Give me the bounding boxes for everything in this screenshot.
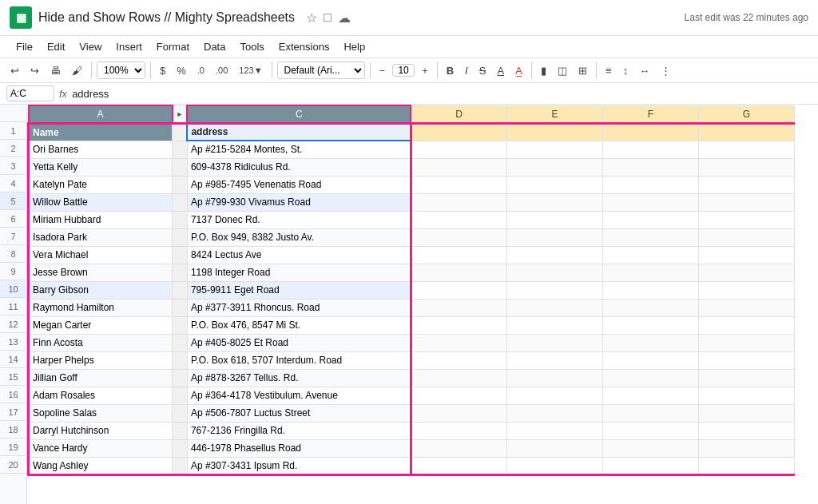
cell-d4[interactable] xyxy=(411,176,506,193)
cell-f9[interactable] xyxy=(602,264,698,281)
cell-g3[interactable] xyxy=(698,158,794,176)
cell-a15[interactable]: Jillian Goff xyxy=(29,369,173,387)
cell-b19[interactable] xyxy=(173,439,188,457)
more-toolbar-button[interactable]: ⋮ xyxy=(657,62,675,79)
cell-b15[interactable] xyxy=(173,369,188,387)
menu-extensions[interactable]: Extensions xyxy=(272,38,336,56)
menu-file[interactable]: File xyxy=(10,38,39,56)
cell-b13[interactable] xyxy=(173,334,188,351)
row-num-2[interactable]: 2 xyxy=(0,140,26,157)
cell-c11[interactable]: Ap #377-3911 Rhoncus. Road xyxy=(187,299,411,316)
cell-g1[interactable] xyxy=(698,123,794,141)
col-header-c[interactable]: C xyxy=(187,105,411,123)
cell-c6[interactable]: 7137 Donec Rd. xyxy=(187,211,411,228)
cell-b20[interactable] xyxy=(173,457,188,474)
cell-e19[interactable] xyxy=(506,439,602,457)
cell-b11[interactable] xyxy=(173,299,188,316)
cell-e7[interactable] xyxy=(506,228,602,246)
cell-a8[interactable]: Vera Michael xyxy=(29,246,173,264)
cell-c12[interactable]: P.O. Box 476, 8547 Mi St. xyxy=(187,316,411,334)
grid-area[interactable]: A ► C D E F G Name address xyxy=(27,105,818,504)
cell-a19[interactable]: Vance Hardy xyxy=(29,439,173,457)
currency-button[interactable]: $ xyxy=(156,62,169,79)
cell-f2[interactable] xyxy=(602,141,698,158)
fill-color-button[interactable]: ▮ xyxy=(537,62,550,79)
cell-a5[interactable]: Willow Battle xyxy=(29,193,173,211)
cell-e5[interactable] xyxy=(506,193,602,211)
cell-c13[interactable]: Ap #405-8025 Et Road xyxy=(187,334,411,351)
menu-data[interactable]: Data xyxy=(197,38,232,56)
cell-ref-input[interactable] xyxy=(6,85,54,101)
cell-b5[interactable] xyxy=(173,193,188,211)
row-num-4[interactable]: 4 xyxy=(0,175,26,192)
cell-d3[interactable] xyxy=(411,158,506,176)
cell-c2[interactable]: Ap #215-5284 Montes, St. xyxy=(187,141,411,158)
menu-view[interactable]: View xyxy=(73,38,108,56)
cell-a4[interactable]: Katelyn Pate xyxy=(29,176,173,193)
cell-e10[interactable] xyxy=(506,281,602,299)
cell-g2[interactable] xyxy=(698,141,794,158)
cell-d15[interactable] xyxy=(411,369,506,387)
cell-a10[interactable]: Barry Gibson xyxy=(29,281,173,299)
cell-b12[interactable] xyxy=(173,316,188,334)
col-header-a[interactable]: A xyxy=(29,105,173,123)
cell-g16[interactable] xyxy=(698,387,794,404)
cell-e20[interactable] xyxy=(506,457,602,474)
col-header-g[interactable]: G xyxy=(698,105,794,123)
cell-c15[interactable]: Ap #878-3267 Tellus. Rd. xyxy=(187,369,411,387)
cell-f10[interactable] xyxy=(602,281,698,299)
cell-f17[interactable] xyxy=(602,404,698,422)
cell-a3[interactable]: Yetta Kelly xyxy=(29,158,173,176)
col-header-b[interactable]: ► xyxy=(173,105,188,123)
cell-a17[interactable]: Sopoline Salas xyxy=(29,404,173,422)
cell-c1[interactable]: address xyxy=(187,123,411,141)
cell-f4[interactable] xyxy=(602,176,698,193)
cell-g4[interactable] xyxy=(698,176,794,193)
cell-c3[interactable]: 609-4378 Ridiculus Rd. xyxy=(187,158,411,176)
row-num-12[interactable]: 12 xyxy=(0,315,26,333)
cell-f15[interactable] xyxy=(602,369,698,387)
paint-format-button[interactable]: 🖌 xyxy=(68,62,86,79)
row-num-8[interactable]: 8 xyxy=(0,245,26,263)
cell-e9[interactable] xyxy=(506,264,602,281)
cell-d9[interactable] xyxy=(411,264,506,281)
wrap-button[interactable]: ↔ xyxy=(635,62,653,79)
row-num-5[interactable]: 5 xyxy=(0,192,26,210)
cell-e14[interactable] xyxy=(506,351,602,369)
cell-g5[interactable] xyxy=(698,193,794,211)
cell-c7[interactable]: P.O. Box 949, 8382 Justo Av. xyxy=(187,228,411,246)
cell-c5[interactable]: Ap #799-930 Vivamus Road xyxy=(187,193,411,211)
cell-e12[interactable] xyxy=(506,316,602,334)
cell-d19[interactable] xyxy=(411,439,506,457)
cell-c4[interactable]: Ap #985-7495 Venenatis Road xyxy=(187,176,411,193)
cell-f13[interactable] xyxy=(602,334,698,351)
row-num-16[interactable]: 16 xyxy=(0,386,26,403)
cell-e11[interactable] xyxy=(506,299,602,316)
cell-e3[interactable] xyxy=(506,158,602,176)
menu-insert[interactable]: Insert xyxy=(109,38,149,56)
font-select[interactable]: Default (Ari... xyxy=(277,62,365,79)
cell-d1[interactable] xyxy=(411,123,506,141)
history-icon[interactable]: □ xyxy=(324,10,332,26)
row-num-1[interactable]: 1 xyxy=(0,122,26,140)
row-num-19[interactable]: 19 xyxy=(0,439,26,456)
cell-b8[interactable] xyxy=(173,246,188,264)
cell-g8[interactable] xyxy=(698,246,794,264)
zoom-select[interactable]: 100% xyxy=(97,62,145,79)
cell-b10[interactable] xyxy=(173,281,188,299)
cell-g14[interactable] xyxy=(698,351,794,369)
cell-e17[interactable] xyxy=(506,404,602,422)
more-formats-button[interactable]: 123▼ xyxy=(235,63,266,77)
cell-a11[interactable]: Raymond Hamilton xyxy=(29,299,173,316)
menu-help[interactable]: Help xyxy=(337,38,371,56)
cell-d18[interactable] xyxy=(411,422,506,439)
cell-d16[interactable] xyxy=(411,387,506,404)
cell-d12[interactable] xyxy=(411,316,506,334)
cell-b2[interactable] xyxy=(173,141,188,158)
cell-b1[interactable] xyxy=(173,123,188,141)
cell-f12[interactable] xyxy=(602,316,698,334)
cell-f11[interactable] xyxy=(602,299,698,316)
cell-a6[interactable]: Miriam Hubbard xyxy=(29,211,173,228)
merge-button[interactable]: ⊞ xyxy=(574,62,591,79)
undo-button[interactable]: ↩ xyxy=(6,62,23,79)
